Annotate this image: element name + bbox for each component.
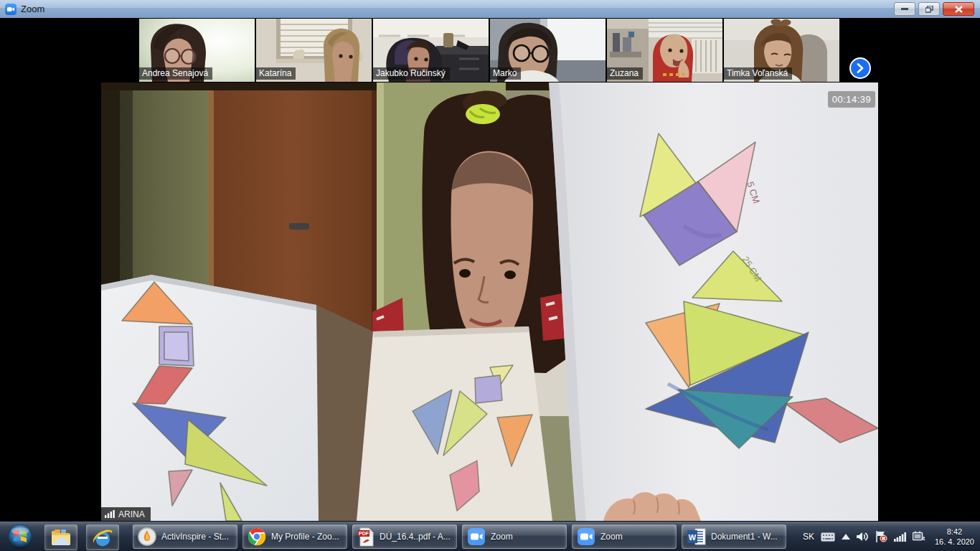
desktop: Zoom Andrea Senajová xyxy=(0,0,980,551)
close-button[interactable] xyxy=(943,2,974,16)
zoom-icon xyxy=(467,527,486,546)
participant-video-andrea[interactable]: Andrea Senajová xyxy=(139,19,255,82)
zoom-app-icon xyxy=(5,4,17,15)
taskbar-app-label: Dokument1 - W... xyxy=(711,532,778,542)
word-icon: W xyxy=(687,527,706,546)
next-participants-button[interactable] xyxy=(849,57,871,79)
keyboard-icon[interactable] xyxy=(821,532,835,542)
taskbar-app-pdf[interactable]: PDF DÚ_16.4..pdf - A... xyxy=(352,524,457,549)
taskbar-app-word[interactable]: W Dokument1 - W... xyxy=(682,524,786,549)
meeting-timer: 00:14:39 xyxy=(828,91,875,108)
taskbar-app-label: DÚ_16.4..pdf - A... xyxy=(380,532,451,542)
participant-name: Andrea Senajová xyxy=(139,67,212,80)
audio-level-icon xyxy=(105,510,115,518)
participant-video-timka[interactable]: Timka Voľanská xyxy=(724,19,839,82)
chevron-right-icon xyxy=(856,63,864,73)
pdf-icon: PDF xyxy=(357,527,374,547)
window-titlebar[interactable]: Zoom xyxy=(0,0,980,19)
network-plug-icon[interactable] xyxy=(913,531,925,542)
tangram-paper-center xyxy=(357,326,552,521)
network-signal-icon[interactable] xyxy=(894,532,906,542)
participant-video-katarina[interactable]: Katarína xyxy=(256,19,372,82)
taskbar-app-label: My Profile - Zoo... xyxy=(271,532,339,542)
taskbar-app-label: Zoom xyxy=(600,532,623,542)
tangram-paper-left xyxy=(101,275,319,521)
svg-text:PDF: PDF xyxy=(359,531,369,536)
taskbar-app-zoom-2[interactable]: Zoom xyxy=(572,524,677,549)
participant-strip: Andrea Senajová Katarína xyxy=(0,18,980,83)
action-center-flag-icon[interactable] xyxy=(875,531,887,542)
video-scene: 5 CM 25 CM xyxy=(101,83,878,521)
participant-name: Jakubko Ručinský xyxy=(373,67,450,80)
participant-video-zuzana[interactable]: Zuzana xyxy=(607,19,722,82)
show-hidden-icons-button[interactable] xyxy=(842,534,850,540)
clock[interactable]: 8:42 16. 4. 2020 xyxy=(935,527,974,547)
participant-name: Marko xyxy=(490,67,521,80)
taskbar-app-chrome[interactable]: My Profile - Zoo... xyxy=(242,524,347,549)
taskbar-app-label: ActivInspire - St... xyxy=(161,532,229,542)
volume-icon[interactable] xyxy=(857,532,869,542)
main-speaker-video: 5 CM 25 CM xyxy=(101,83,878,521)
start-button[interactable] xyxy=(7,524,33,550)
taskbar-app-label: Zoom xyxy=(491,532,513,542)
participant-video-marko[interactable]: Marko xyxy=(490,19,606,82)
taskbar: ActivInspire - St... My Profile - Zoo...… xyxy=(0,521,980,551)
active-speaker-label: ARINA xyxy=(101,507,151,521)
clock-date: 16. 4. 2020 xyxy=(935,537,974,547)
minimize-button[interactable] xyxy=(894,2,915,16)
svg-text:W: W xyxy=(689,533,697,542)
chrome-icon xyxy=(248,527,266,546)
participant-name: Zuzana xyxy=(607,67,643,80)
restore-button[interactable] xyxy=(918,2,940,16)
taskbar-app-activinspire[interactable]: ActivInspire - St... xyxy=(133,524,237,549)
activinspire-icon xyxy=(138,527,156,546)
system-tray: SK 8:42 16. 4. 2020 xyxy=(803,522,977,551)
active-speaker-name: ARINA xyxy=(118,509,145,519)
folder-icon xyxy=(51,529,71,546)
tangram-paper-right: 5 CM 25 CM xyxy=(549,83,878,521)
participant-name: Katarína xyxy=(256,67,296,80)
explorer-taskbar-button[interactable] xyxy=(44,524,77,550)
internet-explorer-taskbar-button[interactable] xyxy=(86,524,119,550)
internet-explorer-icon xyxy=(92,527,113,547)
participant-video-jakubko[interactable]: Jakubko Ručinský xyxy=(373,19,489,82)
clock-time: 8:42 xyxy=(935,527,974,537)
taskbar-app-zoom-1[interactable]: Zoom xyxy=(462,524,567,549)
participant-name: Timka Voľanská xyxy=(724,67,792,80)
window-title: Zoom xyxy=(21,4,44,14)
zoom-icon xyxy=(577,527,595,546)
language-indicator[interactable]: SK xyxy=(803,532,814,542)
